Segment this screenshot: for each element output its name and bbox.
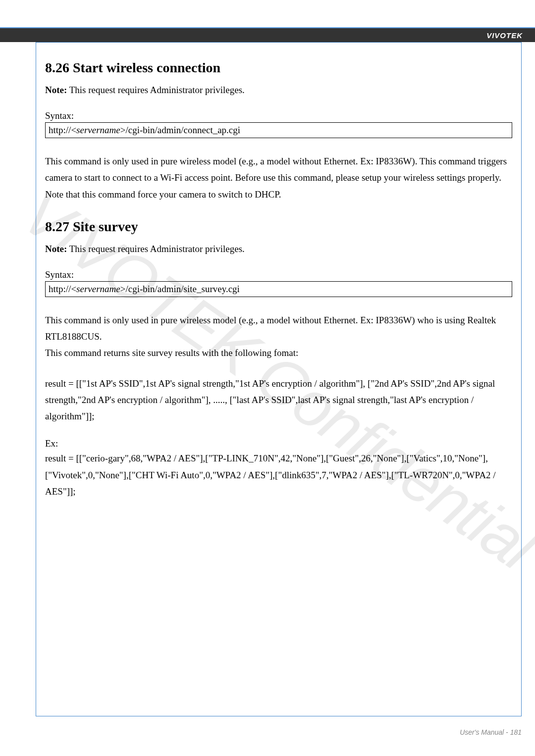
ex-content: result = [["cerio-gary",68,"WPA2 / AES"]… bbox=[45, 450, 512, 500]
syntax-prefix: http://< bbox=[49, 125, 76, 135]
description-text: This command is only used in pure wirele… bbox=[45, 315, 496, 358]
syntax-server: servername bbox=[76, 125, 120, 135]
description-826: This command is only used in pure wirele… bbox=[45, 153, 512, 202]
note-line-827: Note: This request requires Administrato… bbox=[45, 244, 512, 254]
header-brand: VIVOTEK bbox=[486, 31, 523, 40]
syntax-suffix: >/cgi-bin/admin/site_survey.cgi bbox=[120, 284, 240, 294]
footer-text: User's Manual - 181 bbox=[460, 728, 522, 736]
syntax-label-827: Syntax: bbox=[45, 269, 512, 280]
section-heading-826: 8.26 Start wireless connection bbox=[45, 60, 512, 76]
page-frame: VIVOTEK Confidential 8.26 Start wireless… bbox=[36, 42, 522, 716]
note-text: This request requires Administrator priv… bbox=[67, 85, 244, 95]
result-format: result = [["1st AP's SSID",1st AP's sign… bbox=[45, 375, 512, 425]
note-line-826: Note: This request requires Administrato… bbox=[45, 85, 512, 96]
footer: User's Manual - 181 bbox=[460, 728, 522, 736]
syntax-prefix: http://< bbox=[49, 284, 76, 294]
note-label: Note: bbox=[45, 244, 67, 254]
syntax-server: servername bbox=[76, 284, 120, 294]
note-label: Note: bbox=[45, 85, 67, 95]
syntax-label-826: Syntax: bbox=[45, 110, 512, 121]
page-content: 8.26 Start wireless connection Note: Thi… bbox=[45, 60, 512, 500]
section-heading-827: 8.27 Site survey bbox=[45, 219, 512, 235]
description-827: This command is only used in pure wirele… bbox=[45, 312, 512, 361]
header-bar: VIVOTEK bbox=[0, 27, 535, 42]
ex-label: Ex: bbox=[45, 438, 512, 449]
note-text: This request requires Administrator priv… bbox=[67, 244, 244, 254]
syntax-box-826: http://<servername>/cgi-bin/admin/connec… bbox=[45, 122, 512, 138]
syntax-suffix: >/cgi-bin/admin/connect_ap.cgi bbox=[120, 125, 240, 135]
syntax-box-827: http://<servername>/cgi-bin/admin/site_s… bbox=[45, 281, 512, 297]
